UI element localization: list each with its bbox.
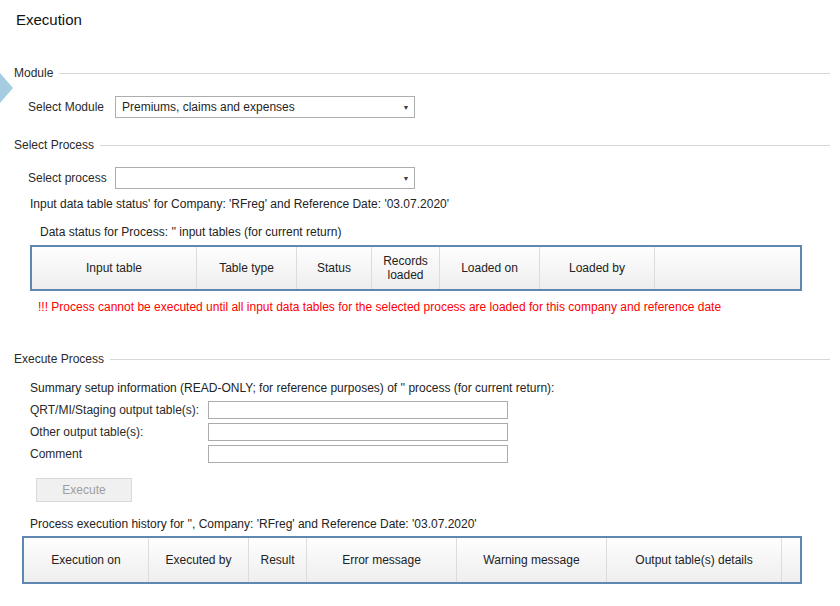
column-header-result[interactable]: Result (249, 538, 307, 582)
process-warning-text: !!! Process cannot be executed until all… (38, 300, 721, 314)
select-process-label: Select process (28, 167, 107, 189)
column-header-warning-message[interactable]: Warning message (457, 538, 607, 582)
chevron-down-icon: ▼ (398, 104, 414, 111)
execute-button[interactable]: Execute (36, 478, 132, 502)
column-header-output-details[interactable]: Output table(s) details (607, 538, 782, 582)
column-header-loaded-on[interactable]: Loaded on (440, 247, 540, 289)
data-status-text: Data status for Process: '' input tables… (40, 225, 341, 239)
other-output-input[interactable] (208, 423, 508, 441)
execution-history-text: Process execution history for '', Compan… (30, 517, 477, 531)
execution-page: { "page": { "title": "Execution" }, "mod… (0, 0, 840, 606)
select-process-group-line (100, 145, 830, 146)
other-output-label: Other output table(s): (30, 423, 143, 441)
select-process-group-label: Select Process (14, 138, 100, 152)
column-header-input-table[interactable]: Input table (32, 247, 197, 289)
column-header-filler (655, 247, 800, 289)
column-header-records-loaded[interactable]: Records loaded (372, 247, 440, 289)
column-header-error-message[interactable]: Error message (307, 538, 457, 582)
page-title: Execution (16, 11, 82, 28)
input-tables-grid: Input table Table type Status Records lo… (30, 245, 802, 291)
execute-process-group-line (110, 359, 830, 360)
select-process-group-header: Select Process (14, 138, 830, 152)
select-process-dropdown[interactable]: ▼ (115, 167, 415, 189)
summary-setup-text: Summary setup information (READ-ONLY; fo… (30, 381, 554, 395)
input-status-text: Input data table status' for Company: 'R… (30, 197, 449, 211)
qrt-output-label: QRT/MI/Staging output table(s): (30, 401, 199, 419)
column-header-loaded-by[interactable]: Loaded by (540, 247, 655, 289)
comment-input[interactable] (208, 445, 508, 463)
select-module-dropdown[interactable]: Premiums, claims and expenses ▼ (115, 96, 415, 118)
chevron-down-icon: ▼ (398, 175, 414, 182)
column-header-execution-on[interactable]: Execution on (24, 538, 149, 582)
select-module-label: Select Module (28, 96, 104, 118)
execution-history-grid: Execution on Executed by Result Error me… (22, 536, 802, 584)
column-header-status[interactable]: Status (297, 247, 372, 289)
column-header-table-type[interactable]: Table type (197, 247, 297, 289)
execute-process-group-label: Execute Process (14, 352, 110, 366)
comment-label: Comment (30, 445, 82, 463)
column-header-filler (782, 538, 800, 582)
module-group-label: Module (14, 66, 59, 80)
execute-process-group-header: Execute Process (14, 352, 830, 366)
module-group-line (59, 73, 830, 74)
qrt-output-input[interactable] (208, 401, 508, 419)
chevron-right-icon (0, 73, 13, 103)
column-header-executed-by[interactable]: Executed by (149, 538, 249, 582)
input-tables-grid-header-row: Input table Table type Status Records lo… (32, 247, 800, 289)
module-group-header: Module (14, 66, 830, 80)
select-module-value: Premiums, claims and expenses (122, 100, 398, 114)
execution-history-grid-header-row: Execution on Executed by Result Error me… (24, 538, 800, 582)
